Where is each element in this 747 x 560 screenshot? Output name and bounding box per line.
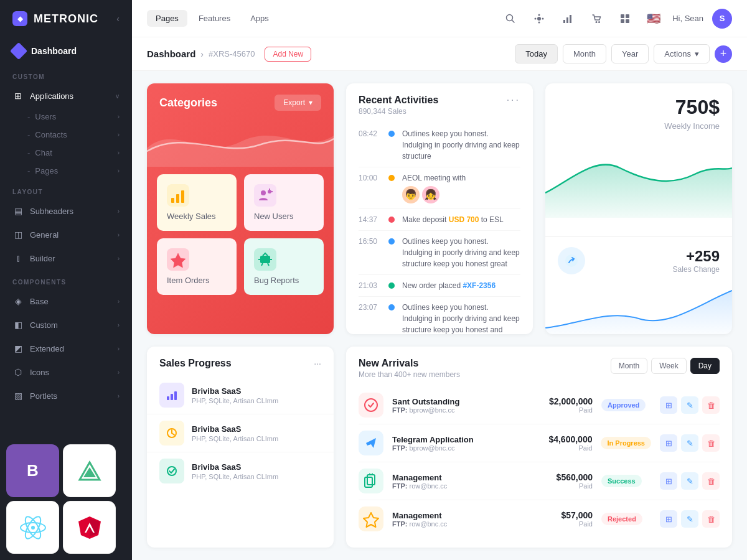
user-avatar[interactable]: S: [712, 9, 732, 29]
sidebar-sub-contacts[interactable]: - Contacts ›: [27, 126, 132, 144]
svg-line-44: [172, 433, 174, 435]
svg-point-5: [31, 526, 35, 530]
progress-sub-1: PHP, SQLite, Artisan CLImm: [192, 435, 321, 442]
svg-rect-17: [566, 17, 568, 23]
sidebar-sub-pages[interactable]: - Pages ›: [27, 162, 132, 180]
framework-bootstrap[interactable]: B: [6, 444, 59, 497]
builder-icon: ⫿: [12, 253, 24, 264]
sidebar-sub-users[interactable]: - Users ›: [27, 108, 132, 126]
svg-line-10: [512, 20, 515, 22]
svg-point-11: [537, 17, 541, 21]
sidebar-collapse-icon[interactable]: ‹: [116, 14, 120, 24]
dot-2307: [388, 304, 395, 310]
arrival-status-3: Rejected: [601, 513, 642, 525]
bug-reports-card[interactable]: Bug Reports: [244, 238, 324, 295]
chevron-right-icon-general: ›: [118, 231, 120, 238]
framework-angular[interactable]: [63, 501, 116, 554]
progress-card: Sales Progress ··· Briviba SaaS PHP, SQL…: [147, 347, 334, 548]
topbar-link-apps[interactable]: Apps: [242, 10, 278, 27]
item-orders-card[interactable]: Item Orders: [157, 238, 237, 295]
arrival-name-3: Management: [392, 511, 552, 520]
copy-action-3[interactable]: ⊞: [660, 510, 677, 528]
month-period-button[interactable]: Month: [563, 44, 606, 63]
add-plus-button[interactable]: +: [715, 45, 732, 63]
arrival-paid-3: Paid: [561, 520, 593, 528]
text-2103: New order placed #XF-2356: [402, 280, 520, 291]
svg-point-14: [535, 17, 537, 19]
add-new-button[interactable]: Add New: [265, 47, 311, 62]
svg-rect-41: [174, 391, 177, 400]
progress-menu-icon[interactable]: ···: [314, 358, 321, 368]
export-button[interactable]: Export ▾: [275, 95, 321, 111]
sidebar-item-portlets[interactable]: ▨ Portlets ›: [0, 384, 132, 408]
cart-icon[interactable]: [586, 9, 606, 29]
categories-title: Categories: [159, 96, 217, 110]
delete-action-3[interactable]: 🗑: [702, 510, 720, 528]
time-0842: 08:42: [359, 128, 381, 138]
sidebar-item-applications[interactable]: ⊞ Applications ∨: [0, 84, 132, 108]
framework-react[interactable]: [6, 501, 59, 554]
svg-rect-26: [176, 194, 179, 203]
sidebar-item-extended[interactable]: ◩ Extended ›: [0, 337, 132, 360]
sidebar-item-label-base: Base: [30, 297, 49, 306]
avatar-2: 👧: [422, 186, 439, 203]
svg-rect-40: [171, 394, 173, 400]
copy-action-2[interactable]: ⊞: [660, 472, 677, 490]
time-1650: 16:50: [359, 236, 381, 246]
delete-action-2[interactable]: 🗑: [702, 472, 720, 490]
sidebar-item-label-custom: Custom: [30, 320, 58, 330]
sidebar-item-subheaders[interactable]: ▤ Subheaders ›: [0, 199, 132, 223]
activities-menu-icon[interactable]: ···: [507, 95, 520, 106]
edit-action-0[interactable]: ✎: [681, 396, 698, 414]
arrival-name-2: Management: [392, 473, 548, 482]
delete-action-0[interactable]: 🗑: [702, 396, 720, 414]
sales-change-label: Sales Change: [673, 265, 720, 274]
progress-sub-2: PHP, SQLite, Artisan CLImm: [192, 473, 321, 480]
sidebar-item-builder[interactable]: ⫿ Builder ›: [0, 246, 132, 270]
today-period-button[interactable]: Today: [515, 44, 558, 63]
new-users-card[interactable]: New Users: [244, 174, 324, 231]
timeline-item-2307: 23:07 Outlines keep you honest. Indulgin…: [359, 297, 520, 334]
copy-action-0[interactable]: ⊞: [660, 396, 677, 414]
grid-icon[interactable]: [615, 9, 635, 29]
progress-sub-0: PHP, SQLite, Artisan CLImm: [192, 397, 321, 404]
weekly-sales-card[interactable]: Weekly Sales: [157, 174, 237, 231]
sidebar-item-custom[interactable]: ◧ Custom ›: [0, 313, 132, 337]
svg-point-12: [538, 14, 540, 16]
delete-action-1[interactable]: 🗑: [702, 434, 720, 452]
edit-action-3[interactable]: ✎: [681, 510, 698, 528]
categories-card: Categories Export ▾ Weekly Sales: [147, 83, 334, 334]
actions-button[interactable]: Actions ▾: [654, 44, 710, 63]
copy-action-1[interactable]: ⊞: [660, 434, 677, 452]
svg-rect-33: [260, 256, 270, 263]
sidebar-sub-chat[interactable]: - Chat ›: [27, 144, 132, 162]
topbar-link-pages[interactable]: Pages: [147, 10, 187, 27]
sidebar-item-general[interactable]: ◫ General ›: [0, 223, 132, 246]
arrivals-subtitle: More than 400+ new members: [359, 370, 460, 379]
chevron-right-icon-portlets: ›: [118, 393, 120, 399]
chevron-down-icon: ∨: [115, 93, 120, 100]
dot-1437: [388, 217, 395, 223]
topbar-link-features[interactable]: Features: [190, 10, 239, 27]
progress-item-1: Briviba SaaS PHP, SQLite, Artisan CLImm: [147, 414, 334, 452]
view-day-button[interactable]: Day: [690, 358, 720, 374]
arrival-ftp-3: FTP: row@bnc.cc: [392, 520, 552, 528]
sidebar-item-icons[interactable]: ⬡ Icons ›: [0, 360, 132, 384]
svg-point-46: [365, 399, 377, 411]
framework-vue[interactable]: [63, 444, 116, 497]
search-icon[interactable]: [500, 9, 520, 29]
edit-action-1[interactable]: ✎: [681, 434, 698, 452]
year-period-button[interactable]: Year: [611, 44, 649, 63]
svg-point-19: [596, 21, 598, 23]
view-week-button[interactable]: Week: [651, 358, 686, 374]
chevron-right-icon-pages: ›: [118, 167, 120, 174]
chart-icon[interactable]: [558, 9, 578, 29]
progress-item-0: Briviba SaaS PHP, SQLite, Artisan CLImm: [147, 376, 334, 414]
network-icon[interactable]: [529, 9, 549, 29]
edit-action-2[interactable]: ✎: [681, 472, 698, 490]
flag-icon[interactable]: 🇺🇸: [644, 9, 664, 29]
custom-icon: ◧: [12, 319, 24, 330]
sidebar-dashboard-item[interactable]: Dashboard: [0, 37, 132, 65]
view-month-button[interactable]: Month: [611, 358, 647, 374]
sidebar-item-base[interactable]: ◈ Base ›: [0, 289, 132, 313]
